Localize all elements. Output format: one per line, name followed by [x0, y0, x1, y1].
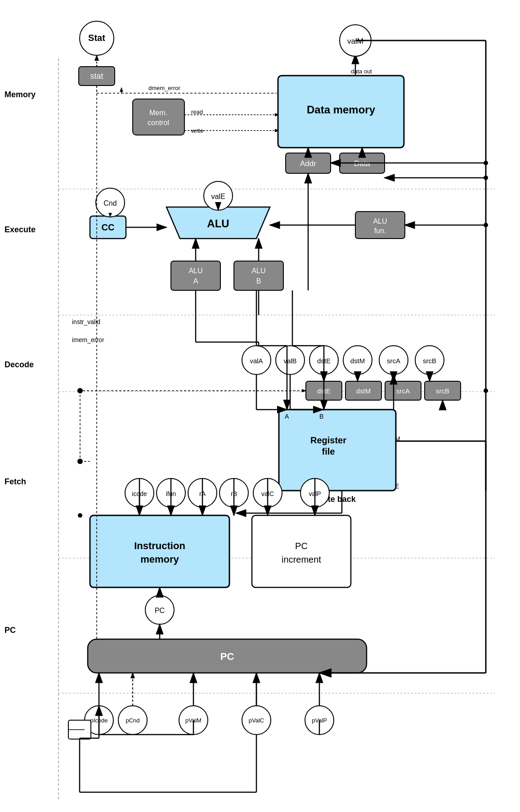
alu-b-text2: B — [256, 277, 261, 285]
register-file-text2: file — [322, 447, 335, 456]
svg-rect-31 — [171, 261, 220, 290]
instruction-memory-text2: memory — [140, 554, 179, 565]
svg-point-91 — [484, 388, 488, 393]
instruction-memory-text: Instruction — [134, 540, 185, 551]
svg-point-89 — [484, 176, 488, 180]
alu-a-text2: A — [193, 277, 198, 285]
dstM-box: dstM — [356, 387, 371, 395]
data-out-label: data out — [351, 68, 372, 75]
alu-a-text: ALU — [188, 267, 202, 275]
pc-bubble-text: PC — [155, 607, 165, 614]
svg-rect-47 — [279, 410, 396, 491]
svg-rect-24 — [355, 212, 405, 239]
mem-control-text: Mem. — [149, 109, 167, 117]
read-label: read — [191, 108, 203, 115]
valE-bubble-text: valE — [211, 193, 225, 200]
srcB-box: srcB — [436, 387, 449, 395]
svg-rect-11 — [133, 99, 184, 135]
alu-text: ALU — [207, 217, 229, 230]
register-file-text: Register — [310, 435, 346, 445]
pc-increment-text2: increment — [282, 555, 321, 564]
pValC-bubble: pValC — [249, 717, 264, 724]
diagram-svg: Stat stat dmem_error Mem. control read w… — [0, 0, 520, 812]
srcB-bubble: srcB — [423, 357, 436, 365]
alu-b-text: ALU — [251, 267, 265, 275]
alu-fun-text: ALU — [373, 217, 387, 225]
dstM-bubble: dstM — [350, 357, 365, 365]
pc-register-text: PC — [220, 651, 234, 662]
pCnd-bubble: pCnd — [126, 717, 139, 724]
srcA-bubble: srcA — [387, 357, 400, 365]
stat-bubble-text: Stat — [88, 33, 105, 43]
reg-a-label: A — [285, 413, 289, 420]
cnd-bubble-text: Cnd — [103, 199, 117, 207]
imem-error-label: imem_error — [72, 336, 104, 343]
valB-bubble: valB — [283, 357, 296, 365]
pc-increment-text: PC — [295, 541, 308, 551]
instr-valid-label: instr_valid — [72, 318, 100, 325]
svg-point-88 — [484, 161, 488, 165]
svg-rect-32 — [234, 261, 283, 290]
mem-control-text2: control — [148, 119, 169, 126]
svg-rect-63 — [252, 515, 351, 587]
stat-box-text: stat — [90, 72, 103, 81]
diagram-container: Memory Execute Decode Fetch PC Stat stat… — [0, 0, 520, 812]
reg-e-label: E — [395, 483, 399, 490]
svg-rect-62 — [90, 515, 229, 587]
data-box-text: Data — [354, 159, 370, 168]
alu-fun-text2: fun. — [374, 227, 386, 235]
dmem-error-label: dmem_error — [148, 85, 180, 91]
svg-point-103 — [78, 513, 82, 518]
cc-box-text: CC — [102, 222, 115, 232]
addr-box-text: Addr — [300, 159, 316, 168]
srcA-box: srcA — [396, 387, 410, 395]
data-memory-text: Data memory — [307, 104, 376, 116]
reg-b-label: B — [319, 413, 323, 420]
valA-bubble: valA — [250, 357, 263, 365]
